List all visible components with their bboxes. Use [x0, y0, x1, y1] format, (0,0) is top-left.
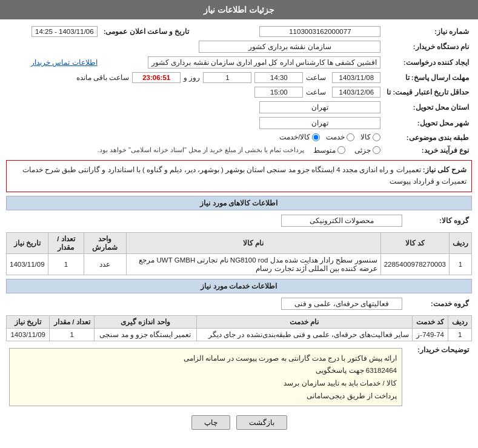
date-label: تاریخ و ساعت اعلان عمومی:	[101, 24, 193, 39]
goods-col-unit: واحد شمارش	[84, 232, 127, 253]
row-price-deadline: حداقل تاریخ اعتبار قیمت: تا 1403/12/06 س…	[6, 85, 472, 99]
buyer-org-value: سازمان نقشه برداری کشور	[199, 41, 380, 53]
services-group-table: گروه خدمت: فعالیتهای حرفه‌ای، علمی و فنی	[6, 296, 472, 312]
price-time-label: ساعت	[306, 88, 326, 96]
purchase-type-motosat[interactable]: متوسط	[313, 146, 345, 155]
category-option-kala[interactable]: کالا	[360, 133, 380, 141]
serv-col-date: تاریخ نیاز	[7, 315, 50, 328]
table-row: 1 2285400978270003 سنسور سطح رادار هدایت…	[7, 253, 472, 275]
purchase-type-jozee[interactable]: جزئی	[354, 146, 380, 155]
goods-group-value: محصولات الکترونیکی	[281, 215, 402, 227]
page-title: جزئیات اطلاعات نیاز	[204, 5, 274, 15]
serv-cell-row: 1	[448, 328, 472, 341]
row-city: شهر محل تحویل: تهران	[6, 115, 472, 131]
purchase-type-radio-motosat[interactable]	[337, 146, 345, 154]
goods-col-name: نام کالا	[126, 232, 380, 253]
need-number-value: 1103003162000077	[259, 26, 380, 37]
serv-cell-unit: تعمیر ایستگاه جزو و مد سنجی	[95, 328, 197, 341]
serv-cell-name: سایر فعالیت‌های حرفه‌ای، علمی و فنی طبقه…	[196, 328, 412, 341]
print-button[interactable]: چاپ	[191, 415, 230, 430]
goods-section-header: اطلاعات کالاهای مورد نیاز	[6, 196, 472, 210]
goods-cell-unit: عدد	[84, 253, 127, 275]
purchase-type-radio-jozee[interactable]	[373, 146, 380, 154]
purchase-type-label-motosat: متوسط	[313, 146, 336, 155]
contact-link[interactable]: اطلاعات تماس خریدار	[31, 59, 97, 66]
goods-data-table: ردیف کد کالا نام کالا واحد شمارش تعداد /…	[6, 232, 472, 275]
creator-value: افشین کشفی ها کارشناس اداره کل امور ادار…	[148, 56, 380, 69]
goods-col-row: ردیف	[450, 232, 472, 253]
reply-remaining-value: 23:06:51	[132, 72, 181, 83]
category-option-both[interactable]: کالا/خدمت	[279, 133, 320, 141]
notes-line: ارائه پیش فاکتور با درج مدت گارانتی به ص…	[15, 352, 397, 365]
goods-col-date: تاریخ نیاز	[7, 232, 48, 253]
reply-time-label: ساعت	[306, 73, 326, 82]
reply-days-value: 1	[203, 72, 251, 83]
serv-col-row: ردیف	[448, 315, 472, 328]
reply-day-label: روز و	[184, 73, 200, 82]
need-number-label: شماره نیاز:	[383, 24, 472, 39]
row-province: استان محل تحویل: تهران	[6, 99, 472, 115]
category-radio-both[interactable]	[312, 133, 320, 141]
notes-label: توضیحات خریدار:	[405, 344, 472, 411]
description-text: تعمیرات و راه اندازی مجدد 4 ایستگاه جزو …	[22, 166, 466, 186]
buttons-row: بازگشت چاپ	[6, 415, 472, 430]
row-purchase-type: نوع فرآیند خرید: جزئی متوسط پرداخت تمام …	[6, 144, 472, 156]
serv-cell-date: 1403/11/09	[7, 328, 50, 341]
purchase-type-label: نوع فرآیند خرید:	[383, 144, 472, 156]
category-label: طبقه بندی موضوعی:	[383, 131, 472, 144]
services-table-header: ردیف کد خدمت نام خدمت واحد اندازه گیری ت…	[7, 315, 472, 328]
reply-remaining-suffix: ساعت باقی مانده	[76, 73, 129, 82]
row-buyer-org: نام دستگاه خریدار: سازمان نقشه برداری کش…	[6, 39, 472, 55]
back-button[interactable]: بازگشت	[236, 415, 287, 430]
price-deadline-label: حداقل تاریخ اعتبار قیمت: تا	[383, 85, 472, 99]
goods-group-row: گروه کالا: محصولات الکترونیکی	[6, 213, 472, 229]
services-group-row: گروه خدمت: فعالیتهای حرفه‌ای، علمی و فنی	[6, 296, 472, 312]
table-row: 1 749-74-ز سایر فعالیت‌های حرفه‌ای، علمی…	[7, 328, 472, 341]
goods-cell-code: 2285400978270003	[380, 253, 449, 275]
reply-date-value: 1403/11/08	[332, 72, 380, 83]
services-section-header: اطلاعات خدمات مورد نیاز	[6, 279, 472, 293]
category-option-khedmat[interactable]: خدمت	[326, 133, 354, 141]
goods-table-header: ردیف کد کالا نام کالا واحد شمارش تعداد /…	[7, 232, 472, 253]
purchase-type-row: جزئی متوسط پرداخت تمام یا بخشی از مبلغ خ…	[9, 146, 380, 155]
serv-col-unit: واحد اندازه گیری	[95, 315, 197, 328]
category-label-both: کالا/خدمت	[279, 133, 310, 141]
row-category: طبقه بندی موضوعی: کالا خدمت	[6, 131, 472, 144]
category-label-kala: کالا	[360, 133, 371, 141]
notes-row: توضیحات خریدار: ارائه پیش فاکتور با درج …	[6, 344, 472, 411]
province-label: استان محل تحویل:	[383, 99, 472, 115]
goods-col-qty: تعداد / مقدار	[48, 232, 84, 253]
notes-line: پرداخت از طریق دیجی‌سامانی	[15, 390, 397, 403]
serv-col-name: نام خدمت	[196, 315, 412, 328]
notes-box: ارائه پیش فاکتور با درج مدت گارانتی به ص…	[9, 348, 402, 407]
category-radio-khedmat[interactable]	[347, 133, 354, 141]
serv-col-code: کد خدمت	[412, 315, 448, 328]
description-label: شرح کلی نیاز:	[423, 166, 466, 173]
goods-group-table: گروه کالا: محصولات الکترونیکی	[6, 213, 472, 229]
province-value: تهران	[259, 101, 380, 113]
date-value: 1403/11/06 - 14:25	[32, 26, 98, 37]
goods-group-label: گروه کالا:	[405, 213, 472, 229]
city-label: شهر محل تحویل:	[383, 115, 472, 131]
reply-time-value: 14:30	[254, 72, 303, 83]
purchase-type-label-jozee: جزئی	[354, 146, 371, 155]
purchase-note: پرداخت تمام یا بخشی از مبلغ خرید از محل …	[98, 146, 305, 154]
goods-col-code: کد کالا	[380, 232, 449, 253]
creator-label: ایجاد کننده درخواست:	[383, 55, 472, 70]
price-date-value: 1403/12/06	[332, 87, 380, 98]
goods-cell-qty: 1	[48, 253, 84, 275]
category-radio-kala[interactable]	[373, 133, 380, 141]
notes-line: کالا / خدمات باید به تایید سازمان برسد	[15, 377, 397, 390]
info-table: شماره نیاز: 1103003162000077 تاریخ و ساع…	[6, 24, 472, 156]
page-header: جزئیات اطلاعات نیاز	[0, 0, 478, 19]
row-creator: ایجاد کننده درخواست: افشین کشفی ها کارشن…	[6, 55, 472, 70]
goods-table-body: 1 2285400978270003 سنسور سطح رادار هدایت…	[7, 253, 472, 275]
serv-cell-qty: 1	[50, 328, 95, 341]
category-radio-group: کالا خدمت کالا/خدمت	[279, 133, 380, 141]
goods-cell-row: 1	[450, 253, 472, 275]
notes-line: 63182464 جهت پاسخگویی	[15, 364, 397, 377]
row-need-number: شماره نیاز: 1103003162000077 تاریخ و ساع…	[6, 24, 472, 39]
category-label-khedmat: خدمت	[326, 133, 345, 141]
services-group-label: گروه خدمت:	[405, 296, 472, 312]
services-data-table: ردیف کد خدمت نام خدمت واحد اندازه گیری ت…	[6, 315, 472, 341]
